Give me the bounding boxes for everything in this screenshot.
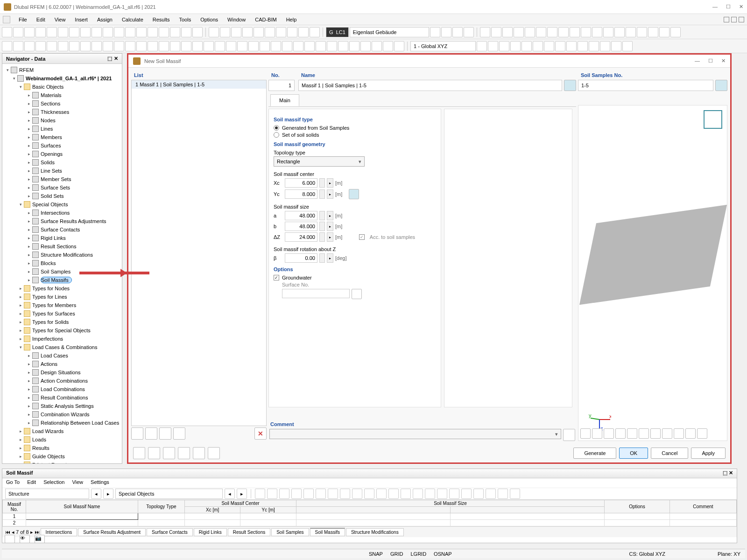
preview-cube-icon[interactable]: [704, 110, 722, 129]
tb1d-btn-17[interactable]: [670, 27, 681, 37]
tb1d-btn-13[interactable]: [626, 27, 636, 37]
bp-tb-3[interactable]: [291, 489, 302, 499]
nav-item[interactable]: ▸Materials: [2, 91, 122, 99]
pv-btn-0[interactable]: [580, 428, 591, 439]
nav-item[interactable]: ▸Surfaces: [2, 141, 122, 150]
nav-item[interactable]: ▸Line Sets: [2, 167, 122, 175]
mdi-min[interactable]: [724, 17, 729, 22]
tb2-btn-13[interactable]: [148, 41, 158, 51]
tb2-btn-10[interactable]: [114, 41, 124, 51]
tb2-btn-7[interactable]: [80, 41, 91, 51]
bp-pin-icon[interactable]: ⬚: [723, 470, 727, 477]
bp-structure-select[interactable]: Structure: [5, 489, 89, 499]
bp-view[interactable]: View: [72, 479, 83, 487]
bp-tb-15[interactable]: [437, 489, 447, 499]
tb2-btn-33[interactable]: [372, 41, 382, 51]
footer-tool-1[interactable]: [133, 447, 145, 459]
tb1-btn-4[interactable]: [47, 27, 57, 37]
bp-tb-10[interactable]: [376, 489, 387, 499]
menu-edit[interactable]: Edit: [32, 15, 50, 24]
nav-item[interactable]: ▸Members: [2, 133, 122, 141]
tb2-btn-27[interactable]: [304, 41, 315, 51]
tb1c-btn-2[interactable]: [452, 27, 463, 37]
surface-pick-button[interactable]: [352, 289, 362, 299]
tb1d-btn-6[interactable]: [547, 27, 557, 37]
samples-pick-button[interactable]: [715, 80, 727, 91]
tb2b-btn-3[interactable]: [510, 41, 521, 51]
pv-btn-3[interactable]: [615, 428, 626, 439]
pv-btn-9[interactable]: [685, 428, 696, 439]
bp-tab-0[interactable]: Intersections: [41, 528, 78, 536]
tb2-btn-0[interactable]: [2, 41, 12, 51]
nav-item[interactable]: ▸Openings: [2, 150, 122, 158]
nav-item[interactable]: ▸Combination Wizards: [2, 410, 122, 419]
yc-input[interactable]: [285, 189, 317, 199]
lc-badge[interactable]: G LC1: [326, 27, 349, 37]
bp-tab-7[interactable]: Structure Modifications: [346, 528, 404, 536]
minimize-button[interactable]: —: [712, 4, 718, 10]
bp-edit[interactable]: Edit: [27, 479, 36, 487]
tb2b-btn-1[interactable]: [488, 41, 498, 51]
pv-btn-8[interactable]: [674, 428, 684, 439]
menu-cadbim[interactable]: CAD-BIM: [250, 15, 281, 24]
bp-settings[interactable]: Settings: [91, 479, 109, 487]
tb2-btn-16[interactable]: [181, 41, 191, 51]
menu-file[interactable]: File: [14, 15, 32, 24]
tb1-btn-2[interactable]: [24, 27, 35, 37]
tb1d-btn-1[interactable]: [491, 27, 501, 37]
pv-btn-4[interactable]: [627, 428, 637, 439]
status-osnap[interactable]: OSNAP: [434, 551, 452, 557]
nav-item[interactable]: ▸Surface Sets: [2, 183, 122, 192]
tb1d-btn-15[interactable]: [648, 27, 658, 37]
tb1b-btn-1[interactable]: [220, 27, 230, 37]
tb1-btn-5[interactable]: [58, 27, 68, 37]
dlg-close[interactable]: ✕: [721, 58, 726, 64]
tb1-btn-14[interactable]: [159, 27, 169, 37]
tb1b-btn-0[interactable]: [209, 27, 219, 37]
samples-input[interactable]: [578, 80, 713, 91]
massif-list[interactable]: 1 Massif 1 | Soil Samples | 1-5: [131, 80, 267, 426]
bp-tb-14[interactable]: [425, 489, 435, 499]
tb1d-btn-10[interactable]: [592, 27, 602, 37]
nav-item[interactable]: ▸Intersections: [2, 209, 122, 217]
bottom-grid[interactable]: Massif No. Soil Massif Name Topology Typ…: [2, 500, 737, 527]
menu-window[interactable]: Window: [223, 15, 250, 24]
nav-item[interactable]: ▸Blocks: [2, 259, 122, 267]
tb2-btn-14[interactable]: [159, 41, 169, 51]
b-input[interactable]: [285, 222, 317, 231]
beta-input[interactable]: [285, 253, 317, 263]
tb1b-btn-7[interactable]: [287, 27, 297, 37]
tb2-btn-20[interactable]: [226, 41, 236, 51]
bp-tb-5[interactable]: [316, 489, 326, 499]
comment-button[interactable]: [563, 429, 575, 441]
tb2b-btn-2[interactable]: [499, 41, 509, 51]
menu-help[interactable]: Help: [282, 15, 302, 24]
nav-item[interactable]: ▸Solids: [2, 158, 122, 167]
tb1-btn-11[interactable]: [125, 27, 135, 37]
nav-item[interactable]: ▸Result Combinations: [2, 393, 122, 402]
nav-soil-massifs[interactable]: Soil Massifs: [41, 277, 72, 283]
tb1c-btn-0[interactable]: [430, 27, 440, 37]
name-edit-button[interactable]: [564, 80, 576, 91]
xc-arrow[interactable]: ▸: [327, 178, 333, 188]
tb2b-btn-9[interactable]: [578, 41, 588, 51]
status-grid[interactable]: GRID: [390, 551, 403, 557]
tb2-btn-22[interactable]: [248, 41, 259, 51]
bp-tb-7[interactable]: [340, 489, 350, 499]
cancel-button[interactable]: Cancel: [651, 448, 688, 459]
bp-nav-prev[interactable]: ◂: [91, 489, 101, 499]
tb2-btn-19[interactable]: [215, 41, 225, 51]
apply-button[interactable]: Apply: [691, 448, 726, 459]
radio-set[interactable]: [274, 132, 279, 138]
menu-calculate[interactable]: Calculate: [117, 15, 148, 24]
center-pick-button[interactable]: [349, 189, 359, 199]
tb1d-btn-12[interactable]: [614, 27, 625, 37]
tb2-btn-31[interactable]: [349, 41, 359, 51]
nav-item[interactable]: ▸Result Sections: [2, 242, 122, 251]
list-btn-copy[interactable]: [145, 427, 157, 440]
tb1d-btn-11[interactable]: [603, 27, 613, 37]
tb2b-btn-13[interactable]: [622, 41, 633, 51]
tb1d-btn-16[interactable]: [659, 27, 669, 37]
tb1-btn-12[interactable]: [136, 27, 147, 37]
view-icon-1[interactable]: [5, 535, 15, 543]
